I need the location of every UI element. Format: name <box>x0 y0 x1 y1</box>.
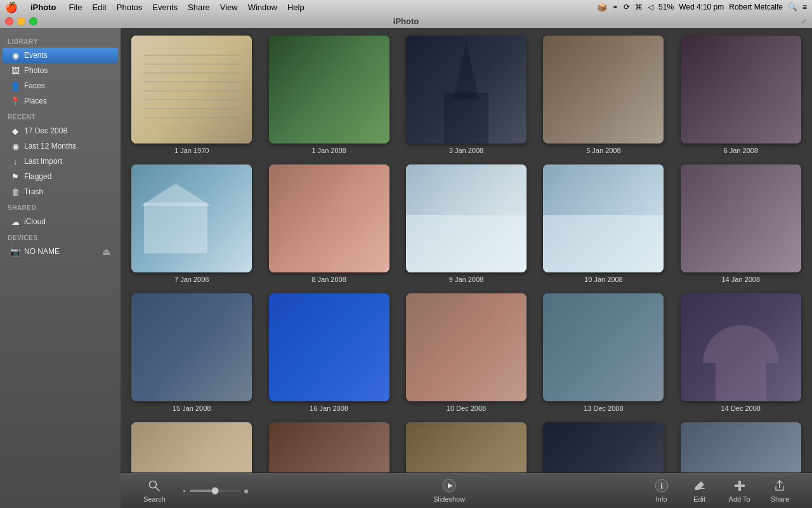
photo-date-p2: 1 Jan 2008 <box>311 147 346 154</box>
menu-status-area: 📦 ⚭ ⟳ ⌘ ◁ 51% Wed 4:10 pm Robert Metcalf… <box>597 3 807 12</box>
svg-rect-8 <box>735 485 745 487</box>
sidebar-item-17dec[interactable]: ◆ 17 Dec 2008 <box>3 123 118 138</box>
zoom-large-icon: ■ <box>244 487 249 495</box>
photo-item-p11[interactable]: 15 Jan 2008 <box>128 293 255 412</box>
sidebar-item-flagged[interactable]: ⚑ Flagged <box>3 169 118 184</box>
sidebar-places-label: Places <box>24 97 47 105</box>
dropbox-icon: 📦 <box>597 3 607 12</box>
sidebar-item-lastimport[interactable]: ↓ Last Import <box>3 154 118 169</box>
sidebar-events-label: Events <box>24 51 48 60</box>
info-button[interactable]: i Info <box>643 474 681 507</box>
photo-thumb-p20 <box>681 422 801 472</box>
minimize-button[interactable] <box>17 17 25 25</box>
sidebar-item-trash[interactable]: 🗑 Trash <box>3 184 118 199</box>
apple-menu[interactable]: 🍎 <box>5 1 18 13</box>
bluetooth-icon: ⚭ <box>612 3 619 11</box>
photo-thumb-p1 <box>131 36 252 144</box>
photo-thumb-p3 <box>406 36 527 144</box>
window-title: iPhoto <box>393 17 419 26</box>
recent-section-label: RECENT <box>0 109 121 123</box>
photo-thumb-p2 <box>269 36 390 144</box>
help-menu[interactable]: Help <box>282 3 310 12</box>
slideshow-button[interactable]: Slideshow <box>423 474 475 507</box>
eject-button[interactable]: ⏏ <box>102 246 110 257</box>
slideshow-label: Slideshow <box>433 495 465 503</box>
photo-item-p12[interactable]: 16 Jan 2008 <box>265 293 392 412</box>
zoom-button[interactable] <box>29 17 37 25</box>
edit-menu[interactable]: Edit <box>87 3 111 12</box>
photo-thumb-p7 <box>269 164 390 272</box>
window-menu[interactable]: Window <box>243 3 282 12</box>
photo-item-p7[interactable]: 8 Jan 2008 <box>265 164 392 283</box>
spotlight-icon[interactable]: 🔍 <box>788 3 797 11</box>
main-area: 1 Jan 19701 Jan 20083 Jan 20085 Jan 2008… <box>121 28 812 508</box>
photo-item-p17[interactable] <box>265 422 392 472</box>
close-button[interactable] <box>5 17 13 25</box>
add-to-icon <box>732 478 747 493</box>
share-button[interactable]: Share <box>761 474 799 507</box>
app-body: LIBRARY ◉ Events 🖼 Photos 👤 Faces 📍 Plac… <box>0 28 812 508</box>
library-section-label: LIBRARY <box>0 33 121 48</box>
photo-date-p6: 7 Jan 2008 <box>174 276 209 283</box>
view-menu[interactable]: View <box>215 3 243 12</box>
photos-icon: 🖼 <box>10 65 20 76</box>
events-menu[interactable]: Events <box>147 3 183 12</box>
timemachine-icon: ⟳ <box>624 3 630 11</box>
info-label: Info <box>655 495 667 503</box>
photo-thumb-p15 <box>681 293 801 401</box>
photo-item-p4[interactable]: 5 Jan 2008 <box>540 36 667 154</box>
photo-item-p15[interactable]: 14 Dec 2008 <box>678 293 804 412</box>
photo-item-p18[interactable] <box>403 422 530 472</box>
photo-item-p6[interactable]: 7 Jan 2008 <box>128 164 255 283</box>
events-icon: ◉ <box>10 50 20 60</box>
zoom-slider[interactable] <box>190 490 240 492</box>
places-icon: 📍 <box>10 96 20 106</box>
photo-item-p8[interactable]: 9 Jan 2008 <box>403 164 530 283</box>
edit-icon <box>692 478 707 493</box>
slideshow-icon <box>442 478 457 493</box>
photo-thumb-p9 <box>543 164 664 272</box>
photo-item-p3[interactable]: 3 Jan 2008 <box>403 36 530 154</box>
fullscreen-button[interactable]: ⤢ <box>801 17 807 25</box>
traffic-lights <box>5 17 37 25</box>
volume-icon: ◁ <box>648 3 653 11</box>
photo-item-p5[interactable]: 6 Jan 2008 <box>678 36 804 154</box>
photo-grid-container[interactable]: 1 Jan 19701 Jan 20083 Jan 20085 Jan 2008… <box>121 28 812 472</box>
edit-button[interactable]: Edit <box>681 474 719 507</box>
photo-thumb-p8 <box>406 164 527 272</box>
app-menu[interactable]: iPhoto <box>25 3 61 12</box>
photo-date-p13: 10 Dec 2008 <box>447 404 486 412</box>
sidebar-item-places[interactable]: 📍 Places <box>3 93 118 109</box>
sidebar-item-faces[interactable]: 👤 Faces <box>3 78 118 93</box>
add-to-label: Add To <box>729 495 750 503</box>
share-menu[interactable]: Share <box>183 3 215 12</box>
photo-item-p2[interactable]: 1 Jan 2008 <box>265 36 392 154</box>
zoom-thumb[interactable] <box>211 487 219 495</box>
photos-menu[interactable]: Photos <box>112 3 147 12</box>
svg-text:i: i <box>660 481 663 491</box>
device-name-label: NO NAME <box>24 247 60 256</box>
sidebar-item-device[interactable]: 📷 NO NAME ⏏ <box>3 244 118 259</box>
photo-item-p10[interactable]: 14 Jan 2008 <box>678 164 804 283</box>
photo-item-p9[interactable]: 10 Jan 2008 <box>540 164 667 283</box>
sidebar-item-events[interactable]: ◉ Events <box>3 48 118 63</box>
sidebar-flagged-label: Flagged <box>24 172 51 181</box>
photo-item-p19[interactable] <box>540 422 667 472</box>
photo-item-p14[interactable]: 13 Dec 2008 <box>540 293 667 412</box>
menu-extras-icon[interactable]: ≡ <box>802 3 807 11</box>
sidebar-item-last12months[interactable]: ◉ Last 12 Months <box>3 138 118 154</box>
file-menu[interactable]: File <box>63 3 87 12</box>
sidebar-item-icloud[interactable]: ☁ iCloud <box>3 214 118 229</box>
add-to-button[interactable]: Add To <box>719 474 761 507</box>
battery-indicator: 51% <box>658 3 674 11</box>
photo-item-p13[interactable]: 10 Dec 2008 <box>403 293 530 412</box>
sidebar-item-photos[interactable]: 🖼 Photos <box>3 63 118 78</box>
photo-item-p1[interactable]: 1 Jan 1970 <box>128 36 255 154</box>
sidebar-last12-label: Last 12 Months <box>24 142 76 150</box>
photo-item-p20[interactable] <box>678 422 804 472</box>
zoom-control[interactable]: ▪ ■ <box>176 487 256 495</box>
search-button[interactable]: Search <box>133 474 176 507</box>
wifi-icon: ⌘ <box>635 3 643 11</box>
faces-icon: 👤 <box>10 81 20 91</box>
photo-item-p16[interactable] <box>128 422 255 472</box>
